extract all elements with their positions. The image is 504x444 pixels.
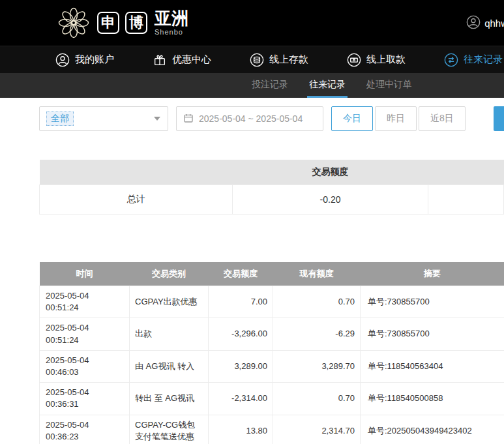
- column-header-time: 时间: [40, 262, 130, 286]
- cell-summary: 单号:202505043949423402: [361, 415, 504, 444]
- cell-time: 2025-05-04 00:46:03: [40, 350, 130, 382]
- column-header-summary: 摘要: [361, 262, 504, 286]
- nav-item-deposit[interactable]: 线上存款: [250, 53, 308, 67]
- date-range-picker[interactable]: 2025-05-04 ~ 2025-05-04: [176, 106, 323, 131]
- deposit-coins-icon: [250, 53, 264, 67]
- query-button[interactable]: [494, 106, 504, 131]
- cell-time: 2025-05-04 00:51:24: [40, 286, 130, 318]
- user-circle-icon: [55, 53, 70, 67]
- table-row: 2025-05-04 00:36:23CGPAY-CG钱包支付笔笔送优惠13.8…: [40, 415, 504, 444]
- cell-amount: -2,314.00: [209, 383, 273, 415]
- cell-type: CGPAY出款优惠: [130, 286, 209, 318]
- summary-header-spacer: [428, 160, 503, 185]
- cell-time: 2025-05-04 00:36:31: [40, 383, 130, 415]
- user-avatar-icon: [466, 15, 481, 31]
- nav-item-withdraw[interactable]: 线上取款: [347, 53, 406, 67]
- cell-amount: 13.80: [209, 415, 273, 444]
- summary-header-label: 交易额度: [233, 160, 428, 185]
- cell-balance: 0.70: [273, 383, 361, 415]
- tab-transaction-records[interactable]: 往来记录: [307, 73, 348, 98]
- summary-total-label: 总计: [40, 185, 233, 214]
- today-button[interactable]: 今日: [331, 106, 373, 131]
- cell-summary: 单号:730855700: [361, 318, 504, 350]
- gift-icon: [153, 53, 167, 67]
- nav-item-label: 我的账户: [75, 53, 114, 66]
- main-content: 全部 2025-05-04 ~ 2025-05-04 今日 昨日 近8日 交易额…: [0, 98, 504, 444]
- flower-logo-icon: [56, 5, 91, 40]
- main-nav: 我的账户 优惠中心 线上存款: [0, 46, 504, 73]
- cell-type: 由 AG视讯 转入: [130, 350, 209, 382]
- summary-table: 交易额度 总计 -0.20: [39, 160, 504, 215]
- records-subnav: 投注记录 往来记录 处理中订单: [0, 73, 504, 98]
- nav-item-label: 往来记录: [464, 53, 503, 66]
- last-8-days-button[interactable]: 近8日: [419, 106, 466, 131]
- nav-item-label: 优惠中心: [172, 53, 211, 66]
- column-header-balance: 现有额度: [273, 262, 361, 286]
- cell-type: CGPAY-CG钱包支付笔笔送优惠: [130, 415, 209, 444]
- nav-item-label: 线上存款: [269, 53, 308, 66]
- category-dropdown-value: 全部: [46, 111, 74, 126]
- column-header-type: 交易类别: [130, 262, 209, 286]
- table-row: 2025-05-04 00:36:31转出 至 AG视讯-2,314.000.7…: [40, 383, 504, 415]
- nav-item-my-account[interactable]: 我的账户: [55, 53, 114, 67]
- withdraw-banknote-icon: [347, 53, 361, 67]
- filter-row: 全部 2025-05-04 ~ 2025-05-04 今日 昨日 近8日: [39, 98, 504, 131]
- transactions-table: 时间 交易类别 交易额度 现有额度 摘要 2025-05-04 00:51:24…: [39, 262, 504, 444]
- tab-betting-records[interactable]: 投注记录: [250, 73, 290, 98]
- table-row: 2025-05-04 00:51:24CGPAY出款优惠7.000.70单号:7…: [40, 286, 504, 318]
- cell-balance: -6.29: [273, 318, 361, 350]
- chevron-down-icon: [154, 117, 160, 121]
- cell-time: 2025-05-04 00:51:24: [40, 318, 130, 350]
- column-header-amount: 交易额度: [209, 262, 273, 286]
- cell-time: 2025-05-04 00:36:23: [40, 415, 130, 444]
- table-row: 2025-05-04 00:46:03由 AG视讯 转入3,289.003,28…: [40, 350, 504, 382]
- calendar-icon: [183, 113, 194, 125]
- cell-amount: 7.00: [209, 286, 273, 318]
- cell-balance: 3,289.70: [273, 350, 361, 382]
- tab-processing-orders[interactable]: 处理中订单: [364, 73, 414, 98]
- top-header: 申 博 亚洲 Shenbo qhhw: [0, 0, 504, 46]
- summary-row: 总计 -0.20: [40, 185, 504, 214]
- date-range-value: 2025-05-04 ~ 2025-05-04: [199, 113, 303, 124]
- username: qhhw: [484, 18, 504, 29]
- cell-type: 转出 至 AG视讯: [130, 383, 209, 415]
- user-account[interactable]: qhhw: [466, 15, 504, 31]
- quick-date-buttons: 今日 昨日 近8日: [331, 106, 466, 131]
- logo-char-bo: 博: [125, 12, 147, 34]
- logo[interactable]: 申 博 亚洲 Shenbo: [56, 5, 188, 40]
- cell-summary: 单号:730855700: [361, 286, 504, 318]
- logo-subtitle: Shenbo: [155, 28, 188, 36]
- yesterday-button[interactable]: 昨日: [375, 106, 417, 131]
- cell-amount: 3,289.00: [209, 350, 273, 382]
- cell-balance: 0.70: [273, 286, 361, 318]
- summary-header-spacer: [40, 160, 233, 185]
- transfer-arrows-icon: [444, 53, 458, 67]
- summary-total-value: -0.20: [233, 185, 428, 214]
- cell-amount: -3,296.00: [209, 318, 273, 350]
- summary-empty-cell: [428, 185, 503, 214]
- nav-item-label: 线上取款: [366, 53, 406, 66]
- nav-item-promotions[interactable]: 优惠中心: [153, 53, 211, 67]
- tx-tbody: 2025-05-04 00:51:24CGPAY出款优惠7.000.70单号:7…: [40, 286, 504, 444]
- cell-balance: 2,314.70: [273, 415, 361, 444]
- logo-char-shen: 申: [97, 12, 119, 34]
- cell-summary: 单号:118540500858: [361, 383, 504, 415]
- category-dropdown[interactable]: 全部: [39, 106, 168, 131]
- cell-type: 出款: [130, 318, 209, 350]
- logo-region-block: 亚洲 Shenbo: [155, 10, 188, 35]
- transactions-header-row: 时间 交易类别 交易额度 现有额度 摘要: [40, 262, 504, 286]
- logo-region: 亚洲: [155, 10, 188, 27]
- cell-summary: 单号:118540563404: [361, 350, 504, 382]
- summary-header-row: 交易额度: [40, 160, 504, 185]
- table-row: 2025-05-04 00:51:24出款-3,296.00-6.29单号:73…: [40, 318, 504, 350]
- nav-item-transaction-records[interactable]: 往来记录: [444, 53, 503, 67]
